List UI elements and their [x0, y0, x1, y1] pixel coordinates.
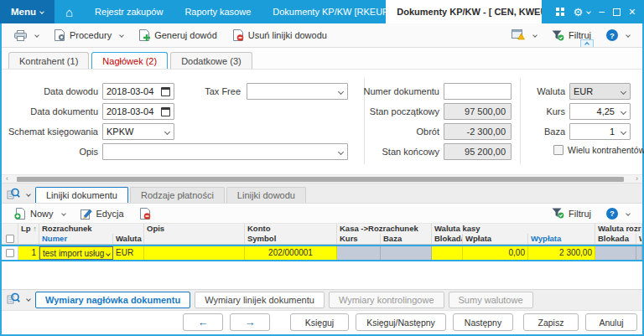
printer-icon — [14, 30, 27, 41]
cell-symbol[interactable]: 202/000001 — [245, 246, 337, 260]
tab-dodatkowe[interactable]: Dodatkowe (3) — [170, 52, 252, 69]
usun-linijki-button[interactable]: Usuń linijki dowodu — [226, 27, 333, 44]
colgroup-rozrachunek[interactable]: Rozrachunek — [39, 224, 144, 234]
previous-record-button[interactable]: ← — [183, 313, 223, 331]
titlebar-tab-rejestr-zakupow[interactable]: Rejestr zakupów — [84, 0, 174, 23]
apps-grid-icon[interactable] — [556, 8, 564, 16]
tab-wymiary-naglowka[interactable]: Wymiary nagłówka dokumentu — [35, 292, 190, 308]
tab-rodzaje-platnosci[interactable]: Rodzaje płatności — [130, 187, 225, 203]
magnifier-icon — [7, 188, 20, 200]
column-scroll-left-icon[interactable]: ‹ — [638, 225, 641, 233]
table-row[interactable]: 1 test import usług EUR 202/000001 0,00 … — [2, 245, 642, 261]
help-button[interactable]: ? — [600, 27, 636, 44]
maximize-button[interactable] — [613, 8, 621, 16]
col-kurs[interactable]: Kurs — [337, 234, 381, 244]
chevron-down-icon — [119, 33, 124, 38]
grid-filtruj-button[interactable]: Filtruj — [546, 205, 597, 221]
schemat-select[interactable]: KPKW — [102, 123, 174, 140]
col-lp[interactable]: Lp ↑ — [18, 224, 39, 234]
print-button[interactable] — [8, 28, 44, 44]
new-row-icon — [14, 208, 26, 220]
chevron-down-icon — [626, 211, 631, 216]
cell-opis[interactable] — [144, 246, 245, 260]
col-blokada[interactable]: Blokada — [432, 234, 463, 244]
data-dokumentu-field[interactable]: 2018-03-04 — [102, 103, 174, 120]
generuj-dowod-button[interactable]: Generuj dowód — [132, 27, 223, 44]
close-button[interactable]: × — [629, 7, 636, 17]
tab-sumy-walutowe[interactable]: Sumy walutowe — [449, 292, 533, 308]
minimize-button[interactable]: – — [599, 7, 605, 17]
zapisz-button[interactable]: Zapisz — [523, 313, 579, 331]
collapse-panel-button[interactable] — [580, 39, 594, 47]
menu-button[interactable]: Menu — [0, 0, 55, 23]
col-waluta[interactable]: Waluta — [113, 234, 144, 244]
obrot-label: Obrót — [358, 123, 439, 140]
tab-naglowek[interactable]: Nagłówek (2) — [91, 52, 168, 69]
preview-button[interactable] — [5, 292, 35, 308]
tab-linijki-dowodu[interactable]: Linijki dowodu — [226, 187, 306, 203]
col-w[interactable]: W — [636, 234, 642, 244]
ksieguj-button[interactable]: Księguj — [290, 313, 349, 331]
home-button[interactable]: ⌂ — [55, 0, 84, 23]
titlebar-tab-raporty-kasowe[interactable]: Raporty kasowe — [174, 0, 262, 23]
col-numer[interactable]: Numer — [39, 234, 113, 244]
col-symbol[interactable]: Symbol — [245, 234, 337, 244]
chevron-down-icon — [621, 89, 626, 95]
waluta-select[interactable]: EUR — [569, 83, 631, 100]
tab-wymiary-kontrolingowe[interactable]: Wymiary kontrolingowe — [329, 292, 444, 308]
numer-dokumentu-field[interactable] — [444, 83, 512, 100]
colgroup-waluta-kasy[interactable]: Waluta kasy — [432, 224, 595, 234]
delete-lines-icon — [232, 29, 244, 41]
system-window-button[interactable] — [506, 27, 543, 44]
scrollbar-thumb[interactable] — [17, 177, 624, 182]
col-baza[interactable]: Baza — [381, 234, 432, 244]
usun-wiersz-button[interactable] — [133, 205, 157, 222]
anuluj-button[interactable]: Anuluj — [585, 313, 637, 331]
chevron-down-icon — [621, 109, 626, 115]
edycja-button[interactable]: Edycja — [75, 205, 130, 222]
cell-blokada[interactable] — [432, 246, 463, 260]
opis-field[interactable] — [102, 143, 348, 160]
colgroup-waluta-rozr[interactable]: Waluta rozr — [595, 224, 642, 234]
tab-wymiary-linijek[interactable]: Wymiary linijek dokumentu — [195, 292, 325, 308]
tab-kontrahent[interactable]: Kontrahent (1) — [8, 52, 89, 69]
baza-field[interactable]: 1 — [569, 123, 631, 140]
grid-help-button[interactable]: ? — [600, 205, 636, 222]
cell-waluta[interactable]: EUR — [113, 246, 144, 260]
horizontal-scrollbar[interactable]: ‹ › — [2, 174, 642, 184]
wielu-kontrahentow-checkbox[interactable] — [553, 145, 564, 155]
col-konto[interactable]: Konto — [245, 224, 337, 234]
nowy-button[interactable]: Nowy — [8, 205, 71, 222]
tax-free-label: Tax Free — [153, 83, 241, 100]
kurs-value: 4,25 — [597, 106, 615, 116]
next-record-button[interactable]: → — [230, 313, 270, 331]
cell-wyplata[interactable]: 2 300,00 — [528, 246, 595, 260]
preview-button[interactable] — [5, 188, 35, 203]
tab-linijki-dokumentu[interactable]: Linijki dokumentu — [35, 187, 128, 203]
scroll-right-icon[interactable]: › — [636, 174, 638, 184]
col-opis[interactable]: Opis — [144, 224, 245, 234]
tax-free-select[interactable] — [247, 83, 348, 100]
calendar-icon[interactable] — [161, 107, 170, 116]
procedury-button[interactable]: Procedury — [48, 27, 129, 44]
table-header: Lp ↑ Rozrachunek Opis Konto Kasa ->Rozra… — [2, 224, 642, 245]
col-wyplata[interactable]: Wypłata — [528, 234, 595, 244]
row-checkbox[interactable] — [6, 249, 14, 257]
chevron-down-icon — [626, 33, 631, 38]
col-wplata[interactable]: Wpłata — [463, 234, 528, 244]
cell-numer-combo[interactable]: test import usług — [39, 246, 113, 260]
settings-button[interactable]: ⚙ — [573, 6, 590, 18]
scroll-left-icon[interactable]: ‹ — [6, 174, 8, 184]
stan-koncowy-value: 95 200,00 — [465, 147, 506, 157]
cell-wplata[interactable]: 0,00 — [463, 246, 528, 260]
titlebar-tab-dokumenty-kpkw[interactable]: Dokumenty KP/KW [RKEUR02: Rap — [262, 0, 386, 23]
col-blokada-rozr[interactable]: Blokada — [595, 234, 636, 244]
colgroup-kasa-rozrachunek[interactable]: Kasa ->Rozrachunek — [337, 224, 432, 234]
data-dokumentu-label: Data dokumentu — [2, 103, 98, 120]
edit-icon — [80, 208, 92, 220]
nastepny-button[interactable]: Następny — [453, 313, 513, 331]
ksieguj-nastepny-button[interactable]: Księguj/Następny — [356, 313, 446, 331]
select-all-checkbox[interactable] — [6, 235, 14, 243]
kurs-field[interactable]: 4,25 — [569, 103, 631, 120]
titlebar-tab-dokumenty-kpkw-active[interactable]: Dokumenty KP/KW - [ CEN, KWEUR — [386, 0, 542, 23]
